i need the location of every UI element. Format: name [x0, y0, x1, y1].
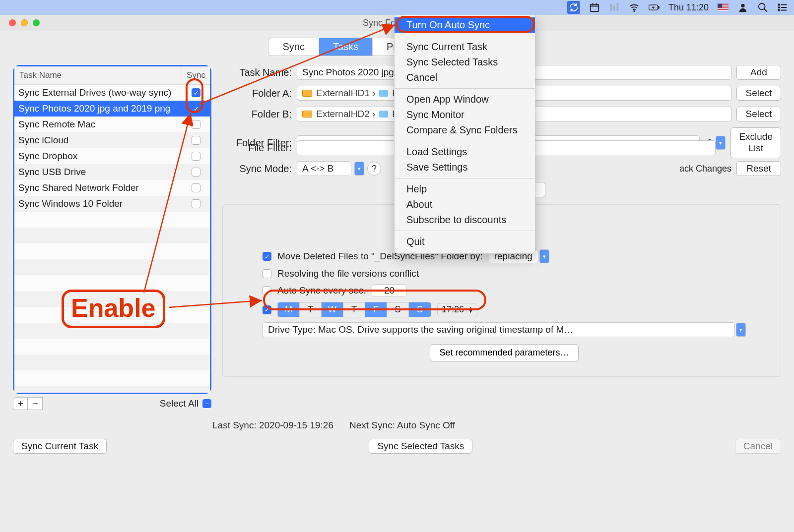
sync-mode-help[interactable]: ?	[367, 162, 381, 176]
task-name-cell: Sync Dropbox	[18, 151, 186, 162]
task-sync-checkbox[interactable]: ✓	[192, 88, 200, 97]
task-sync-checkbox[interactable]	[192, 183, 200, 192]
sync-mode-select[interactable]: A <-> B	[297, 161, 351, 176]
select-folder-b-button[interactable]: Select	[736, 107, 781, 121]
day-toggle[interactable]: W	[322, 302, 343, 317]
schedule-time[interactable]: 17:26 ▲▼	[437, 303, 477, 316]
last-sync: Last Sync: 2020-09-15 19:26	[212, 420, 333, 431]
menu-help[interactable]: Help	[395, 181, 535, 197]
menu-sync-current-task[interactable]: Sync Current Task	[395, 39, 535, 55]
reset-button[interactable]: Reset	[736, 161, 781, 176]
svg-rect-12	[718, 4, 722, 7]
flag-icon[interactable]	[718, 2, 728, 13]
task-sync-checkbox[interactable]	[192, 120, 200, 129]
svg-rect-11	[718, 10, 728, 11]
day-toggle[interactable]: F	[365, 302, 387, 317]
task-row[interactable]: Sync Photos 2020 jpg and 2019 png✓	[14, 101, 210, 117]
auto-sync-seconds[interactable]: 20	[372, 284, 406, 297]
folder-icon	[379, 90, 388, 97]
next-sync: Next Sync: Auto Sync Off	[349, 420, 455, 431]
day-toggle[interactable]: S	[409, 302, 431, 317]
menu-compare-sync[interactable]: Compare & Sync Folders	[395, 122, 535, 138]
day-toggle[interactable]: T	[300, 302, 322, 317]
filter-toggle[interactable]: ▾	[716, 136, 726, 150]
menubar-clock[interactable]: Thu 11:20	[668, 2, 709, 13]
tab-tasks[interactable]: Tasks	[319, 38, 373, 56]
sync-menu-icon[interactable]	[567, 1, 580, 14]
zoom-window-icon[interactable]	[33, 19, 40, 26]
svg-point-17	[778, 9, 780, 11]
svg-rect-0	[591, 4, 599, 12]
sync-mode-stepper[interactable]: ▾	[354, 162, 364, 176]
task-row[interactable]: Sync USB Drive	[14, 164, 210, 180]
svg-rect-2	[613, 5, 615, 11]
search-icon[interactable]	[757, 2, 768, 13]
drive-type-stepper[interactable]: ▾	[736, 323, 746, 337]
menu-sync-selected-tasks[interactable]: Sync Selected Tasks	[395, 55, 535, 70]
task-sync-checkbox[interactable]	[192, 199, 200, 208]
menu-save-settings[interactable]: Save Settings	[395, 160, 535, 175]
menu-open-app-window[interactable]: Open App Window	[395, 92, 535, 107]
menu-about[interactable]: About	[395, 197, 535, 212]
menu-load-settings[interactable]: Load Settings	[395, 144, 535, 160]
task-name-cell: Sync iCloud	[18, 135, 186, 146]
task-sync-checkbox[interactable]	[192, 152, 200, 161]
battery-charging-icon[interactable]	[649, 2, 660, 13]
auto-sync-every-label: Auto Sync every sec.	[277, 285, 366, 296]
menu-turn-on-auto-sync[interactable]: Turn On Auto Sync	[395, 17, 535, 33]
label-file-filter: File Filter:	[222, 142, 292, 154]
sync-selected-tasks-button[interactable]: Sync Selected Tasks	[369, 439, 472, 454]
move-deleted-mode-stepper[interactable]: ▾	[539, 249, 549, 263]
menu-sync-monitor[interactable]: Sync Monitor	[395, 107, 535, 122]
time-stepper[interactable]: ▲▼	[466, 306, 473, 313]
add-button[interactable]: Add	[736, 65, 781, 80]
day-toggle[interactable]: S	[387, 302, 409, 317]
menu-subscribe[interactable]: Subscribe to discounts	[395, 212, 535, 228]
remove-task-button[interactable]: −	[28, 397, 43, 410]
svg-point-13	[741, 4, 744, 7]
add-task-button[interactable]: +	[13, 397, 28, 410]
svg-rect-1	[610, 4, 612, 11]
day-toggle[interactable]: T	[343, 302, 365, 317]
wifi-icon[interactable]	[629, 2, 640, 13]
task-row[interactable]: Sync Remote Mac	[14, 117, 210, 132]
menu-quit[interactable]: Quit	[395, 234, 535, 249]
controls-icon[interactable]	[609, 2, 620, 13]
sync-current-task-button[interactable]: Sync Current Task	[13, 439, 107, 454]
task-row[interactable]: Sync Windows 10 Folder	[14, 196, 210, 212]
select-folder-a-button[interactable]: Select	[736, 86, 781, 101]
set-recommended-button[interactable]: Set recommended parameters…	[430, 344, 578, 361]
resolve-conflict-checkbox[interactable]	[263, 269, 271, 278]
list-icon[interactable]	[777, 2, 788, 13]
exclude-list-button[interactable]: Exclude List	[730, 127, 781, 158]
task-row[interactable]: Sync iCloud	[14, 132, 210, 148]
user-icon[interactable]	[737, 2, 748, 13]
day-toggle[interactable]: M	[278, 302, 300, 317]
task-sync-checkbox[interactable]	[192, 168, 200, 177]
folder-icon	[379, 111, 388, 118]
task-row[interactable]: Sync Dropbox	[14, 148, 210, 164]
label-task-name: Task Name:	[222, 67, 292, 78]
close-window-icon[interactable]	[9, 19, 16, 26]
select-all-checkbox[interactable]: −	[202, 399, 211, 408]
auto-sync-every-checkbox[interactable]	[263, 286, 271, 295]
task-row[interactable]: Sync Shared Network Folder	[14, 180, 210, 196]
svg-point-15	[778, 4, 780, 5]
task-table: Task Name Sync Sync External Drives (two…	[13, 65, 211, 394]
annotation-enable-label: Enable	[62, 290, 165, 328]
day-selector[interactable]: MTWTFSS	[277, 302, 431, 317]
svg-point-14	[759, 3, 765, 10]
task-sync-checkbox[interactable]	[192, 136, 200, 145]
task-sync-checkbox[interactable]: ✓	[192, 104, 200, 113]
task-row[interactable]: Sync External Drives (two-way sync)✓	[14, 85, 210, 101]
menu-cancel[interactable]: Cancel	[395, 70, 535, 85]
minimize-window-icon[interactable]	[21, 19, 28, 26]
col-sync[interactable]: Sync	[182, 66, 210, 84]
calendar-icon[interactable]	[589, 2, 600, 13]
schedule-checkbox[interactable]: ✓	[263, 305, 271, 314]
cancel-button[interactable]: Cancel	[735, 439, 781, 454]
col-task-name[interactable]: Task Name	[14, 66, 182, 84]
tab-sync[interactable]: Sync	[268, 38, 319, 56]
drive-type-select[interactable]: Drive Type: Mac OS. Drive supports the s…	[263, 322, 735, 337]
move-deleted-checkbox[interactable]: ✓	[263, 252, 271, 261]
